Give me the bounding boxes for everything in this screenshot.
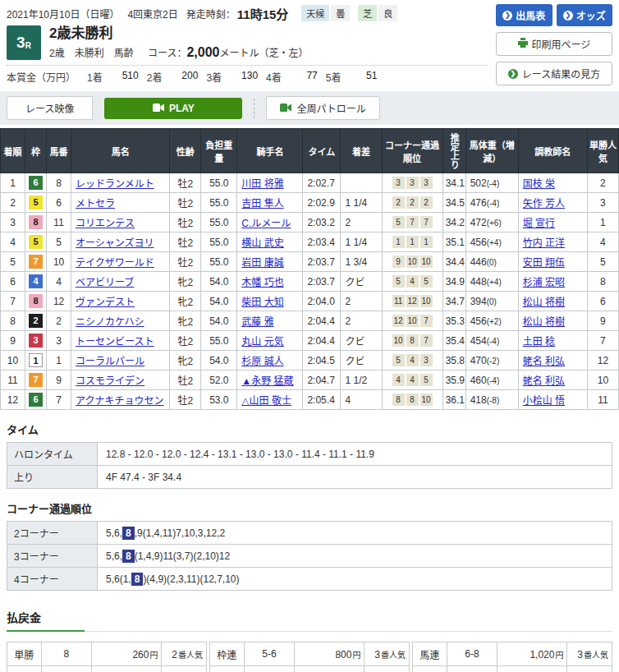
result-row: 4 5 5 オーシャンズヨリ 牡2 55.0 横山 武史 2:03.4 1 1/… [1,232,619,252]
weight-carried: 52.0 [201,371,237,390]
results-table: 着順 枠 馬番 馬名 性齢 負担重量 騎手名 タイム 着差 コーナー通過順位 推… [0,128,619,410]
horse-link[interactable]: テイクザワールド [76,257,154,269]
last-3f: 34.5 [442,193,465,213]
col-weight-carried: 負担重量 [201,129,237,173]
trainer-link[interactable]: 蛯名 利弘 [523,356,565,367]
corner-positions: 545 [382,272,442,292]
finish-time: 2:03.2 [303,213,341,232]
course-detail: メートル（芝・左） [219,48,308,59]
result-row: 3 8 11 コリエンテス 牡2 55.0 C.ルメール 2:03.2 2 57… [1,213,619,232]
payout-row-bracket: 枠連 5-6 800円 3番人気 [210,642,410,666]
win-fav: 6 [587,292,618,311]
sex-age: 牝2 [170,311,201,331]
frame-badge: 5 [29,196,43,209]
finish-position: 5 [1,252,25,272]
jockey-link[interactable]: 木幡 巧也 [241,277,283,288]
jockey-link[interactable]: 武藤 雅 [241,316,273,328]
trainer-link[interactable]: 矢作 芳人 [523,198,565,209]
patrol-video-button[interactable]: 全周パトロール [266,96,379,120]
entries-button[interactable]: ❯出馬表 [496,4,553,26]
horse-weight: 502(-4) [465,173,518,193]
video-band: レース映像 PLAY 全周パトロール [0,91,619,125]
finish-time: 2:04.0 [303,292,341,311]
weight-carried: 54.0 [201,311,237,331]
trainer-link[interactable]: 土田 稔 [523,336,555,348]
margin: 1 3/4 [341,252,382,272]
horse-link[interactable]: レッドランメルト [76,178,154,190]
last-3f: 36.1 [442,390,465,410]
odds-button[interactable]: ❯オッズ [557,4,613,26]
trainer-link[interactable]: 松山 将樹 [523,297,565,308]
trainer-link[interactable]: 杉浦 宏昭 [523,277,565,288]
horse-number: 2 [47,311,71,331]
col-finish: 着順 [1,129,25,173]
col-horse-number: 馬番 [47,129,71,173]
jockey-link[interactable]: 杉原 誠人 [241,356,283,367]
horse-link[interactable]: オーシャンズヨリ [76,237,154,249]
final-time-value: 4F 47.4 - 3F 34.4 [98,466,612,489]
frame-badge: 1 [29,353,43,367]
col-jockey: 騎手名 [237,129,303,173]
finish-position: 10 [1,351,25,371]
trainer-link[interactable]: 堀 宣行 [523,218,555,229]
chevron-circle-icon: ❯ [563,11,573,21]
margin: クビ [341,331,382,351]
trainer-link[interactable]: 安田 翔伍 [523,257,565,269]
jockey-link[interactable]: △山田 敬士 [241,395,291,407]
horse-weight: 456(+4) [465,232,518,252]
horse-link[interactable]: コスモライデン [76,375,144,387]
finish-position: 7 [1,292,25,311]
jockey-link[interactable]: 柴田 大知 [241,297,283,308]
table-row: 2コーナー 5,6,8,9(1,4,11)7,10,3,12,2 [7,522,612,545]
horse-number: 6 [47,193,71,213]
horse-link[interactable]: トーセンビースト [76,336,154,348]
win-fav: 11 [587,390,618,410]
jockey-link[interactable]: ▲永野 猛蔵 [241,375,293,387]
frame-badge: 8 [29,294,43,308]
horse-link[interactable]: コーラルパール [76,356,144,367]
horse-link[interactable]: ベアビリーブ [76,277,134,288]
print-page-button[interactable]: 印刷用ページ [496,32,612,56]
win-fav: 4 [587,232,618,252]
jockey-link[interactable]: 横山 武史 [241,237,283,249]
frame-badge: 7 [29,255,43,269]
payout-tables: 単勝 8 260円 2番人気 複勝 8 110円 2番人気 6 150円 3番人… [7,642,612,672]
place-label: 複勝 [7,666,42,672]
horse-weight: 394(0) [465,292,518,311]
sex-age: 牡2 [170,252,201,272]
trainer-link[interactable]: 松山 将樹 [523,316,565,328]
jockey-link[interactable]: 川田 将雅 [241,178,283,190]
col-win-fav: 単勝人気 [587,129,618,173]
horse-number: 8 [47,173,71,193]
finish-time: 2:04.7 [303,371,341,390]
trainer-link[interactable]: 竹内 正洋 [523,237,565,249]
horse-weight: 456(+2) [465,311,518,331]
jockey-link[interactable]: 岩田 康誠 [241,257,283,269]
trainer-link[interactable]: 小桧山 悟 [523,395,565,407]
play-button[interactable]: PLAY [104,98,242,119]
trainer-link[interactable]: 国枝 栄 [523,178,555,190]
horse-link[interactable]: ニシノカケハシ [76,316,144,328]
exacta-label: 馬単 [413,666,447,672]
horse-link[interactable]: コリエンテス [76,218,135,229]
payout-section-title: 払戻金 [7,609,612,632]
jockey-link[interactable]: 丸山 元気 [241,336,283,348]
corner-positions: 1087 [382,331,442,351]
horse-link[interactable]: ヴァンデスト [76,297,135,308]
horse-link[interactable]: メトセラ [76,198,115,209]
furlong-time-value: 12.8 - 12.0 - 12.0 - 12.4 - 13.1 - 13.0 … [98,443,612,466]
horse-weight: 446(0) [465,252,518,272]
jockey-link[interactable]: C.ルメール [241,218,291,229]
horse-link[interactable]: アクナキチョウセン [76,395,163,407]
corner-positions: 91010 [382,252,442,272]
sex-age: 牡2 [170,173,201,193]
result-row: 11 7 9 コスモライデン 牡2 52.0 ▲永野 猛蔵 2:04.7 1 1… [1,371,619,390]
frame-badge: 7 [29,373,43,387]
race-video-label: レース映像 [7,96,93,120]
weight-carried: 54.0 [201,292,237,311]
trainer-link[interactable]: 蛯名 利弘 [523,375,565,387]
jockey-link[interactable]: 吉田 隼人 [241,198,283,209]
results-guide-button[interactable]: ❯ レース結果の見方 [496,62,612,85]
margin [341,173,382,193]
prize-place: 2着 [147,70,163,84]
